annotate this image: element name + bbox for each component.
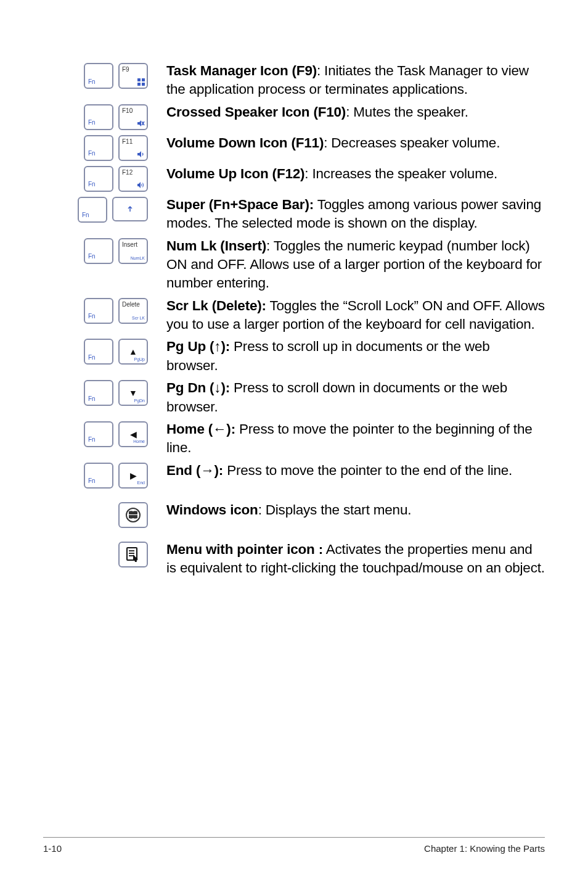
item-description: Menu with pointer icon : Activates the p…: [166, 540, 545, 578]
list-item: FnF11Volume Down Icon (F11): Decreases s…: [62, 134, 545, 161]
item-description: Num Lk (Insert): Toggles the numeric key…: [166, 237, 545, 293]
arrow-key-icon: ◀Home: [118, 421, 148, 447]
key-combo: FnF11: [62, 134, 166, 161]
item-description: Volume Up Icon (F12): Increases the spea…: [166, 165, 545, 183]
chapter-title: Chapter 1: Knowing the Parts: [424, 843, 545, 855]
item-title: Crossed Speaker Icon (F10): [166, 104, 346, 120]
space-key-icon: [112, 197, 148, 221]
list-item: FnSuper (Fn+Space Bar): Toggles among va…: [62, 196, 545, 233]
item-description: Task Manager Icon (F9): Initiates the Ta…: [166, 62, 545, 99]
svg-rect-0: [137, 78, 141, 81]
list-item: Fn▼PgDnPg Dn (↓): Press to scroll down i…: [62, 379, 545, 416]
page-footer: 1-10 Chapter 1: Knowing the Parts: [43, 837, 545, 855]
item-text: : Increases the speaker volume.: [304, 166, 497, 181]
item-text: : Mutes the speaker.: [346, 104, 468, 120]
item-description: Crossed Speaker Icon (F10): Mutes the sp…: [166, 103, 545, 122]
arrow-key-icon: ▶End: [118, 463, 148, 489]
key-combo: FnInsertNumLK: [62, 237, 166, 264]
fn-key-icon: Fn: [78, 197, 107, 223]
item-title: Home (←):: [166, 421, 235, 437]
item-title: Volume Up Icon (F12): [166, 166, 304, 181]
list-item: FnF12Volume Up Icon (F12): Increases the…: [62, 165, 545, 192]
fn-key-icon: Fn: [84, 463, 113, 489]
menu-key-icon: [118, 542, 148, 567]
list-item: Fn◀HomeHome (←): Press to move the point…: [62, 420, 545, 458]
item-title: Pg Dn (↓):: [166, 380, 230, 395]
item-title: Num Lk (Insert): [166, 238, 266, 254]
svg-marker-8: [137, 182, 141, 188]
fn-key-icon: Fn: [84, 298, 113, 324]
item-description: Super (Fn+Space Bar): Toggles among vari…: [166, 196, 545, 233]
item-text: : Displays the start menu.: [258, 502, 412, 518]
fn-key-icon: Fn: [84, 135, 113, 161]
windows-key-icon: [118, 502, 148, 528]
function-key-icon: F10: [118, 104, 148, 130]
svg-marker-7: [137, 151, 141, 157]
key-combo: FnF9: [62, 62, 166, 89]
fn-key-icon: Fn: [84, 339, 113, 365]
item-title: Task Manager Icon (F9): [166, 63, 317, 78]
list-item: FnF9Task Manager Icon (F9): Initiates th…: [62, 62, 545, 99]
function-key-icon: DeleteScr LK: [118, 298, 148, 324]
item-text: Press to move the pointer to the end of …: [223, 463, 512, 478]
fn-key-icon: Fn: [84, 104, 113, 130]
fn-key-icon: Fn: [84, 238, 113, 264]
key-combo: FnF10: [62, 103, 166, 130]
key-combo: Fn▶End: [62, 461, 166, 489]
svg-rect-2: [137, 83, 141, 86]
fn-key-icon: Fn: [84, 380, 113, 406]
arrow-key-icon: ▼PgDn: [118, 380, 148, 406]
item-description: Windows icon: Displays the start menu.: [166, 501, 545, 519]
list-item: Windows icon: Displays the start menu.: [62, 501, 545, 528]
fn-key-icon: Fn: [84, 63, 113, 89]
list-item: Fn▶EndEnd (→): Press to move the pointer…: [62, 461, 545, 489]
item-description: Pg Dn (↓): Press to scroll down in docum…: [166, 379, 545, 416]
item-description: End (→): Press to move the pointer to th…: [166, 461, 545, 480]
svg-rect-3: [142, 83, 145, 86]
item-title: Windows icon: [166, 502, 258, 518]
key-combo: FnF12: [62, 165, 166, 192]
function-key-icon: F11: [118, 135, 148, 161]
item-title: Super (Fn+Space Bar):: [166, 197, 314, 212]
item-title: Scr Lk (Delete):: [166, 298, 266, 313]
function-key-icon: F9: [118, 63, 148, 89]
list-item: FnInsertNumLKNum Lk (Insert): Toggles th…: [62, 237, 545, 293]
item-title: Volume Down Icon (F11): [166, 135, 324, 151]
list-item: Menu with pointer icon : Activates the p…: [62, 540, 545, 578]
key-combo: Fn: [62, 196, 166, 223]
svg-marker-4: [137, 120, 141, 126]
function-key-icon: InsertNumLK: [118, 238, 148, 264]
fn-key-icon: Fn: [84, 421, 113, 447]
key-combo: Fn▼PgDn: [62, 379, 166, 406]
fn-key-icon: Fn: [84, 166, 113, 192]
item-title: End (→):: [166, 463, 223, 478]
page-content: FnF9Task Manager Icon (F9): Initiates th…: [0, 0, 588, 577]
key-combo: Fn◀Home: [62, 420, 166, 447]
item-title: Pg Up (↑):: [166, 339, 230, 354]
function-key-icon: F12: [118, 166, 148, 192]
list-item: Fn▲PgUpPg Up (↑): Press to scroll up in …: [62, 337, 545, 375]
item-description: Scr Lk (Delete): Toggles the “Scroll Loc…: [166, 297, 545, 334]
item-text: : Decreases speaker volume.: [324, 135, 500, 151]
item-description: Volume Down Icon (F11): Decreases speake…: [166, 134, 545, 152]
item-description: Pg Up (↑): Press to scroll up in documen…: [166, 337, 545, 375]
list-item: FnF10Crossed Speaker Icon (F10): Mutes t…: [62, 103, 545, 130]
item-description: Home (←): Press to move the pointer to t…: [166, 420, 545, 458]
key-combo: FnDeleteScr LK: [62, 297, 166, 324]
svg-rect-1: [142, 78, 145, 81]
key-combo: [62, 501, 166, 528]
key-combo: [62, 540, 166, 567]
page-number: 1-10: [43, 843, 62, 855]
list-item: FnDeleteScr LKScr Lk (Delete): Toggles t…: [62, 297, 545, 334]
arrow-key-icon: ▲PgUp: [118, 339, 148, 365]
item-title: Menu with pointer icon :: [166, 542, 323, 557]
key-combo: Fn▲PgUp: [62, 337, 166, 365]
